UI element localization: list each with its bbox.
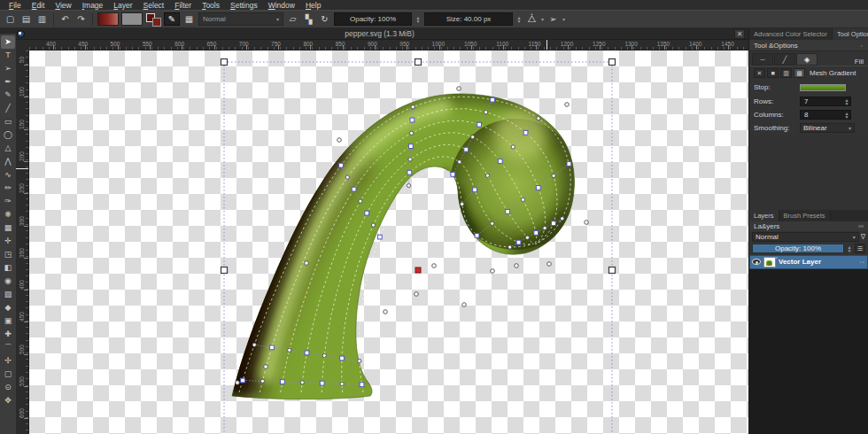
smoothing-dropdown[interactable]: Bilinear ▾ — [800, 123, 855, 133]
mesh-handle-circle[interactable] — [585, 221, 589, 225]
mesh-handle-circle[interactable] — [547, 262, 552, 267]
mesh-handle-square[interactable] — [241, 378, 245, 383]
mesh-handle-circle[interactable] — [552, 174, 555, 177]
mesh-handle-square[interactable] — [473, 188, 477, 192]
docker-menu-icon[interactable]: ▫ — [861, 43, 864, 49]
tool-bezier-curve-icon[interactable]: ∿ — [1, 168, 15, 182]
eraser-mode-button[interactable]: ▱ — [286, 12, 299, 26]
mesh-handle-circle[interactable] — [537, 117, 540, 120]
stop-color-swatch[interactable] — [800, 84, 846, 91]
mirror-horizontal-button[interactable]: ⧊ — [525, 12, 539, 26]
mesh-handle-circle[interactable] — [260, 379, 264, 383]
tool-transform-icon[interactable]: ▦ — [1, 221, 15, 235]
mesh-handle-square[interactable] — [552, 221, 556, 226]
layer-list-empty[interactable] — [749, 269, 868, 434]
mesh-handle-circle[interactable] — [457, 87, 461, 91]
mesh-handle-circle[interactable] — [384, 310, 388, 314]
mesh-handle-square[interactable] — [516, 240, 521, 244]
layer-properties-icon[interactable]: ☰ — [855, 244, 865, 253]
brush-presets-button[interactable]: ▦ — [182, 12, 196, 26]
undo-button[interactable]: ↶ — [58, 12, 72, 26]
mesh-handle-circle[interactable] — [371, 223, 375, 227]
mesh-handle-square[interactable] — [491, 97, 495, 102]
preserve-alpha-button[interactable]: ▚ — [302, 12, 315, 26]
stroke-dash-tab[interactable]: ┄ — [752, 53, 773, 66]
stroke-line-tab[interactable]: ╱ — [774, 53, 795, 66]
mesh-handle-circle[interactable] — [340, 382, 344, 385]
mesh-handle-circle[interactable] — [491, 221, 494, 225]
filter-funnel-icon[interactable]: ∇ — [861, 233, 865, 241]
layer-lock-icons[interactable]: ▫▫ — [860, 260, 865, 265]
mesh-handle-circle[interactable] — [322, 353, 326, 357]
mesh-handle-square[interactable] — [410, 118, 415, 122]
mesh-handle-circle[interactable] — [525, 236, 529, 239]
mesh-handle-square[interactable] — [464, 147, 469, 151]
menu-select[interactable]: Select — [139, 1, 169, 10]
tab-layers[interactable]: Layers — [749, 210, 779, 221]
layer-blending-dropdown[interactable]: Normal ▾ — [752, 232, 859, 242]
layers-docker-title[interactable]: La&yers ▫▫ — [749, 221, 868, 231]
opacity-spinner[interactable]: ▲▼ — [415, 16, 422, 23]
tool-multibrush-icon[interactable]: ❋ — [1, 208, 15, 221]
tool-rectangle-icon[interactable]: ▭ — [1, 115, 15, 128]
tool-rect-select-icon[interactable]: ▢ — [1, 368, 15, 381]
tool-freehand-path-icon[interactable]: ✏ — [1, 182, 15, 195]
rows-spinbox[interactable]: 7 ▲▼ — [800, 97, 851, 106]
tab-advanced-color-selector[interactable]: Advanced Color Selector — [749, 28, 833, 40]
menu-edit[interactable]: Edit — [27, 1, 50, 10]
mesh-handle-circle[interactable] — [511, 145, 515, 149]
mesh-handle-square[interactable] — [305, 351, 309, 355]
selection-center-point[interactable] — [415, 267, 421, 273]
layer-opacity-slider[interactable]: Opacity: 100% — [752, 244, 844, 253]
mesh-handle-square[interactable] — [407, 170, 412, 174]
tool-zoom-icon[interactable]: ✥ — [1, 394, 15, 407]
tool-enclose-fill-icon[interactable]: ▣ — [1, 314, 15, 328]
tool-crop-icon[interactable]: ◳ — [1, 248, 15, 261]
menu-view[interactable]: View — [50, 1, 75, 10]
mesh-handle-square[interactable] — [408, 144, 413, 149]
tool-polygon-icon[interactable]: △ — [1, 142, 15, 155]
menu-filter[interactable]: Filter — [170, 1, 196, 10]
save-button[interactable]: ▥ — [35, 12, 49, 26]
tool-freehand-brush-icon[interactable]: ✎ — [1, 89, 15, 102]
tool-dynamic-brush-icon[interactable]: ✑ — [1, 195, 15, 208]
tool-move-icon[interactable]: ✛ — [1, 235, 15, 248]
tool-color-sampler-icon[interactable]: ◉ — [1, 275, 15, 288]
tool-select-shapes-icon[interactable]: ➤ — [1, 35, 15, 49]
columns-spinbox[interactable]: 8 ▲▼ — [800, 110, 851, 120]
background-color[interactable] — [152, 18, 161, 27]
menu-help[interactable]: Help — [301, 1, 325, 10]
fill-none-button[interactable]: ✕ — [754, 68, 765, 78]
mesh-handle-circle[interactable] — [407, 183, 410, 187]
mesh-handle-circle[interactable] — [515, 264, 519, 268]
foreground-background-colors[interactable] — [145, 12, 161, 27]
tool-measure-icon[interactable]: ⌒ — [1, 341, 15, 354]
mesh-handle-circle[interactable] — [561, 217, 564, 221]
mesh-handle-circle[interactable] — [462, 303, 467, 307]
menu-tools[interactable]: Tools — [198, 1, 224, 10]
wraparound-mode-button[interactable]: ➢ — [546, 12, 560, 26]
mesh-handle-square[interactable] — [339, 163, 344, 167]
menu-window[interactable]: Window — [264, 1, 299, 10]
tab-tool-options[interactable]: Tool Options — [833, 28, 868, 40]
menu-settings[interactable]: Settings — [226, 1, 262, 10]
brush-size-spinner[interactable]: ▲▼ — [515, 16, 523, 23]
fill-solid-button[interactable]: ■ — [767, 68, 779, 78]
mesh-handle-circle[interactable] — [565, 103, 570, 107]
mesh-handle-circle[interactable] — [337, 138, 342, 143]
new-document-button[interactable]: ▢ — [4, 12, 17, 26]
mesh-handle-circle[interactable] — [432, 264, 437, 268]
mesh-handle-circle[interactable] — [264, 365, 268, 369]
mesh-handle-circle[interactable] — [409, 131, 413, 135]
mesh-handle-square[interactable] — [506, 209, 510, 213]
selection-handle[interactable] — [221, 267, 228, 274]
menu-file[interactable]: File — [4, 1, 26, 10]
tool-line-icon[interactable]: ╱ — [1, 102, 15, 115]
mesh-handle-circle[interactable] — [415, 292, 419, 297]
mesh-handle-square[interactable] — [377, 235, 382, 239]
selection-handle[interactable] — [609, 267, 616, 274]
mesh-handle-circle[interactable] — [461, 202, 464, 205]
mesh-handle-circle[interactable] — [471, 136, 475, 139]
mesh-handle-circle[interactable] — [508, 245, 512, 249]
tool-pattern-edit-icon[interactable]: ▨ — [1, 288, 15, 301]
